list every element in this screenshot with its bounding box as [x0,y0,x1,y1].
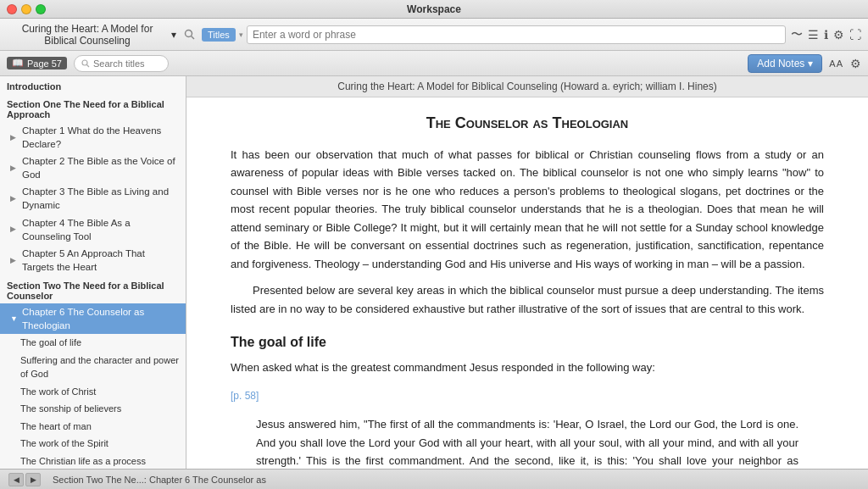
add-notes-button[interactable]: Add Notes ▾ [748,54,822,73]
sidebar-subitem-christian-life-label: The Christian life as a process [20,454,146,469]
arrow-icon-ch5: ▶ [10,255,19,266]
sidebar-subitem-christian-life[interactable]: The Christian life as a process [0,453,186,469]
toolbar-right: 〜 ☰ ℹ ⚙ ⛶ [791,27,861,42]
sidebar-item-ch1-label: Chapter 1 What do the Heavens Declare? [22,124,179,151]
prev-nav-button[interactable]: ◀ [8,473,24,486]
page-badge: 📖 Page 57 [7,57,67,69]
sidebar-subitem-sonship-label: The sonship of believers [20,402,121,416]
svg-point-0 [186,30,192,36]
sidebar-search-wrap[interactable] [74,55,169,72]
main-toolbar: Curing the Heart: A Model for Biblical C… [0,19,868,51]
sidebar-item-ch3-label: Chapter 3 The Bible as Living and Dynami… [22,185,179,212]
fullscreen-button[interactable] [36,4,46,14]
sidebar-section2-header: Section Two The Need for a Biblical Coun… [0,275,186,303]
sidebar-item-ch5[interactable]: ▶ Chapter 5 An Approach That Targets the… [0,245,186,275]
font-size-control[interactable]: AA [829,58,843,69]
sidebar: Introduction Section One The Need for a … [0,76,186,469]
sidebar-item-ch2[interactable]: ▶ Chapter 2 The Bible as the Voice of Go… [0,153,186,183]
sidebar-subitem-spirit[interactable]: The work of the Spirit [0,435,186,453]
sidebar-item-ch6-label: Chapter 6 The Counselor as Theologian [22,305,179,332]
sidebar-subitem-suffering-label: Suffering and the character and power of… [20,353,179,381]
page-ref: [p. 58] [231,385,824,407]
search-sidebar-icon [81,59,90,68]
arrow-icon-ch4: ▶ [10,224,19,235]
sidebar-subitem-goal-label: The goal of life [20,336,81,350]
status-breadcrumb: Section Two The Ne...: Chapter 6 The Cou… [53,475,266,485]
tilde-icon[interactable]: 〜 [791,27,803,42]
search-input-wrap [247,25,786,44]
quote-block: Jesus answered him, "The first of all th… [256,415,798,469]
svg-line-3 [86,64,89,67]
sidebar-subitem-spirit-label: The work of the Spirit [20,436,108,451]
sidebar-subitem-work-christ-label: The work of Christ [20,385,96,399]
nav-arrows: ◀ ▶ [8,473,41,486]
close-button[interactable] [7,4,17,14]
menu-icon[interactable]: ☰ [808,28,819,42]
window-controls[interactable] [7,4,46,14]
status-bar: ◀ ▶ Section Two The Ne...: Chapter 6 The… [0,469,868,489]
book-title-label: Curing the Heart: A Model for Biblical C… [7,23,168,47]
sidebar-item-ch4-label: Chapter 4 The Bible As a Counseling Tool [22,216,179,243]
add-notes-label: Add Notes [757,58,804,69]
chapter-title: The Counselor as Theologian [231,114,824,132]
content-area: Curing the Heart: A Model for Biblical C… [186,76,868,469]
main-container: Introduction Section One The Need for a … [0,76,868,469]
paragraph-2: Presented below are several key areas in… [231,281,824,318]
app-title: Workspace [407,3,461,15]
info-icon[interactable]: ℹ [824,28,828,42]
sidebar-section1-header: Section One The Need for a Biblical Appr… [0,94,186,122]
sidebar-search-input[interactable] [93,58,161,69]
content-header: Curing the Heart: A Model for Biblical C… [186,76,868,97]
sidebar-intro-header: Introduction [0,76,186,94]
minimize-button[interactable] [21,4,31,14]
secondary-toolbar: 📖 Page 57 Add Notes ▾ AA ⚙ [0,51,868,76]
title-bar: Workspace [0,0,868,19]
next-nav-button[interactable]: ▶ [25,473,41,486]
sidebar-item-ch3[interactable]: ▶ Chapter 3 The Bible as Living and Dyna… [0,183,186,214]
fullscreen-icon[interactable]: ⛶ [849,28,861,42]
sidebar-subitem-work-christ[interactable]: The work of Christ [0,383,186,401]
arrow-icon-ch6: ▼ [10,314,19,325]
chevron-down-icon-titles: ▾ [239,31,243,39]
sidebar-item-ch2-label: Chapter 2 The Bible as the Voice of God [22,154,179,181]
page-number: Page 57 [27,58,62,69]
sidebar-item-ch1[interactable]: ▶ Chapter 1 What do the Heavens Declare? [0,122,186,153]
sidebar-item-ch4[interactable]: ▶ Chapter 4 The Bible As a Counseling To… [0,214,186,245]
sidebar-subitem-suffering[interactable]: Suffering and the character and power of… [0,352,186,383]
book-title-button[interactable]: Curing the Heart: A Model for Biblical C… [7,23,176,47]
book-icon: 📖 [12,58,24,69]
page-ref-label: [p. 58] [231,390,259,402]
arrow-icon-ch1: ▶ [10,132,19,143]
sidebar-subitem-sonship[interactable]: The sonship of believers [0,400,186,418]
section-heading-1: The goal of life [231,335,824,350]
display-settings-icon[interactable]: ⚙ [850,57,861,70]
settings-icon[interactable]: ⚙ [833,28,844,42]
sidebar-item-ch5-label: Chapter 5 An Approach That Targets the H… [22,247,179,274]
chevron-down-icon-notes: ▾ [808,58,813,69]
sidebar-subitem-goal[interactable]: The goal of life [0,334,186,352]
sidebar-subitem-heart[interactable]: The heart of man [0,418,186,436]
search-icon [181,26,198,43]
section1-intro: When asked what is the greatest commandm… [231,358,824,376]
sidebar-item-ch6[interactable]: ▼ Chapter 6 The Counselor as Theologian [0,303,186,334]
svg-point-2 [82,60,87,65]
arrow-icon-ch2: ▶ [10,163,19,174]
search-area: Titles ▾ [181,25,786,44]
paragraph-1: It has been our observation that much of… [231,146,824,273]
book-info-label: Curing the Heart: A Model for Biblical C… [337,81,717,92]
arrow-icon-ch3: ▶ [10,193,19,204]
search-input[interactable] [253,29,780,41]
svg-line-1 [192,36,195,39]
sidebar-subitem-heart-label: The heart of man [20,420,92,434]
titles-filter-button[interactable]: Titles [202,28,236,42]
content-body: The Counselor as Theologian It has been … [205,97,849,469]
chevron-down-icon: ▾ [171,29,176,41]
quote-text: Jesus answered him, "The first of all th… [256,418,798,469]
